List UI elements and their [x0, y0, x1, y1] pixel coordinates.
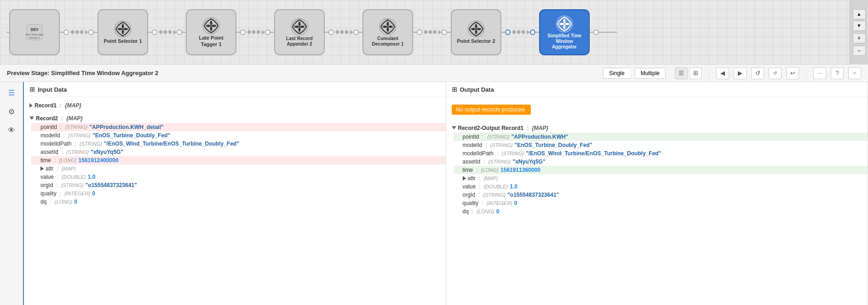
help-button[interactable]: ?: [831, 67, 844, 79]
out-field-name-dq: dq: [463, 208, 469, 215]
connector-6: [501, 29, 539, 35]
out-field-type-assetid: {STRING}: [489, 159, 511, 164]
divider2: [806, 69, 806, 78]
pipeline-nodes: DEV Dev Raw Data Source 1: [9, 9, 617, 55]
record2-row[interactable]: Record2 : {MAP}: [29, 113, 440, 123]
sidebar-settings-icon[interactable]: ⚙: [3, 103, 20, 120]
nav-down-button[interactable]: ▼: [853, 21, 866, 31]
nav-up-button[interactable]: ▲: [853, 9, 866, 19]
out-field-assetid: assetId : {STRING} "xNyuYq5G": [459, 158, 862, 166]
right-nav: ▲ ▼ + −: [850, 0, 868, 65]
field-name-value: value: [40, 174, 54, 180]
connector-4: [325, 29, 362, 35]
out-field-type-dq: {LONG}: [477, 209, 494, 214]
node-point-selector-2[interactable]: Point Selector 2: [451, 9, 501, 55]
output-panel: ⊞ Output Data No output records produced…: [446, 82, 868, 305]
single-button[interactable]: Single: [603, 68, 630, 79]
output-record2-label: Record2-Output Record1: [458, 125, 524, 131]
dev-icon: DEV Dev Raw Data Source 1: [25, 23, 44, 42]
record2-toggle[interactable]: Record2 : {MAP}: [29, 115, 83, 122]
node-dev[interactable]: DEV Dev Raw Data Source 1: [9, 9, 60, 55]
out-field-type-value: {DOUBLE}: [484, 184, 508, 189]
out-field-value-modelid: "EnOS_Turbine_Doubly_Fed": [514, 142, 592, 148]
out-field-type-pointid: {STRING}: [487, 134, 510, 140]
output-record2-toggle[interactable]: Record2-Output Record1 : {MAP}: [452, 125, 549, 131]
connector-after: [590, 29, 617, 35]
cd-icon: [379, 18, 397, 36]
output-record2-type: {MAP}: [532, 125, 548, 131]
multiple-button[interactable]: Multiple: [635, 68, 666, 79]
node-cumulant-decomposer-1[interactable]: CumulantDecomposer 1: [362, 9, 413, 55]
zoom-in-button[interactable]: +: [853, 33, 866, 43]
record2-label: Record2: [36, 115, 58, 122]
out-field-type-attr: {MAP}: [483, 176, 498, 181]
field-name-time: time: [40, 157, 51, 164]
list-view-button[interactable]: ☰: [675, 67, 688, 79]
output-header-icon: ⊞: [452, 86, 457, 93]
zoom-out-button[interactable]: −: [853, 46, 866, 56]
undo-button[interactable]: ↩: [786, 67, 799, 79]
toolbar-icons: ☰ ⊞: [675, 67, 702, 79]
output-record2-section: Record2-Output Record1 : {MAP} pointId :…: [452, 123, 862, 216]
field-name-orgid: orgId: [40, 182, 53, 188]
field-assetid: assetId : {STRING} "xNyuYq5G": [37, 148, 440, 156]
out-field-modelidpath: modelIdPath : {STRING} "/EnOS_Wind_Turbi…: [459, 149, 862, 158]
record2-section: Record2 : {MAP} pointId : {STRING} "APPr…: [29, 113, 440, 206]
next-button[interactable]: ▶: [734, 67, 747, 79]
out-field-quality: quality : {INTEGER} 0: [459, 199, 862, 207]
out-field-pointid: pointId : {STRING} "APProduction.KWH": [454, 133, 868, 141]
field-name-quality: quality: [40, 190, 57, 197]
field-pointid: pointId : {STRING} "APProduction.KWH_det…: [31, 123, 446, 131]
field-type-orgid: {STRING}: [61, 182, 84, 188]
refresh-button[interactable]: ↺: [751, 67, 764, 79]
record1-label: Record1: [34, 102, 57, 109]
divider: [709, 69, 709, 78]
out-field-type-modelid: {STRING}: [490, 142, 513, 148]
out-field-name-quality: quality: [463, 200, 479, 206]
field-name-dq: dq: [40, 199, 46, 205]
sidebar-eye-icon[interactable]: 👁: [3, 122, 20, 139]
connector-1: [60, 29, 98, 35]
node-label: Simplified TimeWindow Aggregator: [544, 33, 585, 50]
prev-button[interactable]: ◀: [716, 67, 729, 79]
field-value-time: 1561912400000: [79, 157, 119, 164]
out-field-name-time: time: [463, 167, 473, 173]
out-field-name-assetid: assetId: [463, 158, 481, 165]
field-value-value: 1.0: [88, 174, 96, 180]
field-attr[interactable]: attr : {MAP}: [37, 164, 440, 173]
record2-block: pointId : {STRING} "APProduction.KWH_det…: [29, 123, 440, 206]
out-field-value-assetid: "xNyuYq5G": [512, 158, 545, 165]
field-time: time : {LONG} 1561912400000: [31, 156, 446, 164]
attr-collapse-icon: [40, 166, 44, 171]
pipeline-area: DEV Dev Raw Data Source 1: [0, 0, 868, 65]
out-field-value: value : {DOUBLE} 1.0: [459, 182, 862, 191]
stwa-icon: [555, 15, 574, 33]
field-type-value: {DOUBLE}: [62, 174, 86, 180]
record2-sep: :: [61, 115, 63, 122]
grid-view-button[interactable]: ⊞: [689, 67, 702, 79]
field-modelid: modelId : {STRING} "EnOS_Turbine_Doubly_…: [37, 131, 440, 140]
more-button[interactable]: ···: [813, 67, 826, 79]
input-panel: ⊞ Input Data Record1 : {MAP}: [24, 82, 446, 305]
record1-row[interactable]: Record1 : {MAP}: [29, 101, 440, 111]
node-point-selector-1[interactable]: Point Selector 1: [98, 9, 148, 55]
field-type-attr: {MAP}: [62, 166, 76, 171]
out-field-type-modelidpath: {STRING}: [501, 151, 524, 156]
node-last-record-appender-2[interactable]: Last RecordAppender 2: [274, 9, 325, 55]
field-name-modelidpath: modelIdPath: [40, 141, 71, 147]
out-attr-collapse-icon: [463, 176, 466, 181]
node-stwa[interactable]: Simplified TimeWindow Aggregator: [539, 9, 590, 55]
connector-5: [413, 29, 451, 35]
field-type-modelidpath: {STRING}: [80, 141, 102, 147]
node-late-point-tagger-1[interactable]: Late Point Tagger 1: [186, 9, 236, 55]
minimize-button[interactable]: −: [848, 67, 861, 79]
record1-toggle[interactable]: Record1 : {MAP}: [29, 102, 81, 109]
left-sidebar: ☰ ⚙ 👁: [0, 82, 24, 305]
output-record2-row[interactable]: Record2-Output Record1 : {MAP}: [452, 123, 862, 133]
output-record2-collapse-icon: [452, 126, 456, 129]
sidebar-list-icon[interactable]: ☰: [3, 84, 20, 101]
field-dq: dq : {LONG} 0: [37, 198, 440, 206]
out-field-attr[interactable]: attr : {MAP}: [459, 174, 862, 182]
refresh2-button[interactable]: ↺: [769, 67, 782, 79]
out-field-value-orgid: "o15554837323641": [507, 192, 559, 198]
